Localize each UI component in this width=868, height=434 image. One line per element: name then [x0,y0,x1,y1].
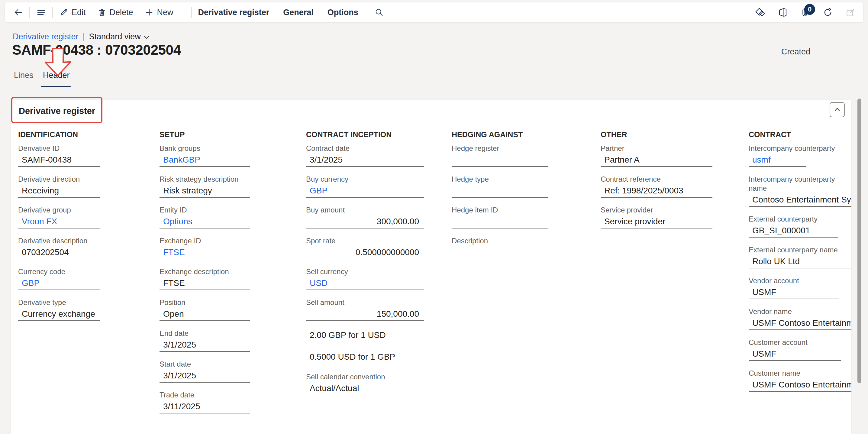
field-entity-id: Entity IDOptions [159,206,250,228]
delete-button[interactable]: Delete [97,8,133,17]
open-in-new-window-icon [846,7,855,17]
field-value-intercompany-counterparty[interactable]: usmf [749,153,806,167]
form-column-contract: CONTRACTIntercompany counterpartyusmfInt… [749,123,851,400]
field-label-derivative-group: Derivative group [18,206,100,215]
back-button[interactable] [13,7,23,17]
field-value-bank-groups[interactable]: BankGBP [159,153,250,167]
field-value-derivative-group[interactable]: Vroon FX [18,215,100,228]
new-button-label: New [157,8,174,17]
field-value-sell-currency[interactable]: USD [306,276,424,290]
field-value-currency-code[interactable]: GBP [18,276,100,290]
field-exchange-id: Exchange IDFTSE [159,236,250,259]
column-header-identification: IDENTIFICATION [18,130,100,139]
field-value-trade-date[interactable]: 3/11/2025 [159,400,250,413]
field-buy-amount: Buy amount300,000.00 [306,206,424,228]
field-value-entity-id[interactable]: Options [159,215,250,228]
new-button[interactable]: New [145,8,174,17]
field-value-derivative-direction[interactable]: Receiving [18,184,100,198]
field-value-intercompany-counterparty-name[interactable]: Contoso Entertainment System [749,193,851,207]
field-label-vendor-name: Vendor name [749,307,851,316]
field-value-external-counterparty[interactable]: GB_SI_000001 [749,224,838,238]
field-value-partner[interactable]: Partner A [600,153,712,167]
field-value-hedge-register[interactable] [452,153,548,167]
field-value-derivative-id[interactable]: SAMF-00438 [18,153,100,167]
field-value-contract-reference[interactable]: Ref: 1998/2025/0003 [600,184,712,198]
field-label-risk-strategy-description: Risk strategy description [159,175,250,184]
field-label-start-date: Start date [159,360,250,369]
column-header-setup: SETUP [159,130,250,139]
field-derivative-direction: Derivative directionReceiving [18,175,100,198]
breadcrumb-link[interactable]: Derivative register [13,32,79,41]
field-derivative-type: Derivative typeCurrency exchange [18,298,100,321]
field-value-buy-currency[interactable]: GBP [306,184,424,198]
power-apps-button[interactable] [755,7,765,18]
field-value-risk-strategy-description[interactable]: Risk strategy [159,184,250,198]
field-label-customer-name: Customer name [749,369,851,378]
field-value-vendor-account[interactable]: USMF [749,285,839,299]
field-value-customer-name[interactable]: USMF Contoso Entertainment [749,378,851,392]
field-label-end-date: End date [159,329,250,338]
field-derivative-id: Derivative IDSAMF-00438 [18,144,100,167]
field-value-end-date[interactable]: 3/1/2025 [159,338,250,352]
attachments-button[interactable]: 0 [800,7,810,17]
field-value-contract-date[interactable]: 3/1/2025 [306,153,424,167]
field-value-spot-rate[interactable]: 0.500000000000 [306,245,424,259]
field-label-customer-account: Customer account [749,338,851,347]
field-derivative-description: Derivative description0703202504 [18,236,100,259]
field-label-external-counterparty: External counterparty [749,215,851,224]
edit-button[interactable]: Edit [59,8,86,17]
field-intercompany-counterparty: Intercompany counterpartyusmf [749,144,851,167]
field-value-exchange-id[interactable]: FTSE [159,245,250,259]
office-apps-button[interactable] [778,7,787,17]
field-value-external-counterparty-name[interactable]: Rollo UK Ltd [749,254,851,268]
tab-header[interactable]: Header [43,71,70,80]
field-value-sell-amount[interactable]: 150,000.00 [306,307,424,321]
field-sell-calendar-convention: Sell calendar conventionActual/Actual [306,372,424,395]
delete-button-label: Delete [110,8,133,17]
column-header-hedging-against: HEDGING AGAINST [452,130,548,139]
field-sell-amount: Sell amount150,000.00 [306,298,424,321]
field-label-entity-id: Entity ID [159,206,250,215]
menu-options[interactable]: Options [328,8,358,17]
field-value-vendor-name[interactable]: USMF Contoso Entertainment [749,316,851,330]
field-label-sell-currency: Sell currency [306,267,424,276]
field-label-intercompany-counterparty: Intercompany counterparty [749,144,851,153]
chevron-down-icon [144,35,150,39]
collapse-section-button[interactable] [830,102,845,117]
field-vendor-account: Vendor accountUSMF [749,276,851,299]
field-value-derivative-description[interactable]: 0703202504 [18,245,100,259]
field-value-hedge-type[interactable] [452,184,548,198]
app-toolbar: Edit Delete New Derivative register Gene… [5,2,863,22]
view-selector[interactable]: Standard view [89,32,150,41]
field-label-currency-code: Currency code [18,267,100,276]
field-value-exchange-description[interactable]: FTSE [159,276,250,290]
field-value-position[interactable]: Open [159,307,250,321]
vertical-scrollbar[interactable] [858,98,861,383]
open-in-new-window-button[interactable] [846,7,855,17]
field-value-derivative-type[interactable]: Currency exchange [18,307,100,321]
hamburger-menu-button[interactable] [36,7,46,17]
field-value-buy-amount[interactable]: 300,000.00 [306,215,424,228]
field-value-hedge-item-id[interactable] [452,215,548,228]
field-value-customer-account[interactable]: USMF [749,347,841,361]
field-value-start-date[interactable]: 3/1/2025 [159,369,250,383]
chevron-up-icon [834,106,841,113]
tab-lines[interactable]: Lines [14,71,34,80]
field-bank-groups: Bank groupsBankGBP [159,144,250,167]
field-currency-code: Currency codeGBP [18,267,100,290]
field-label-buy-currency: Buy currency [306,175,424,184]
field-hedge-register: Hedge register [452,144,548,167]
field-value-service-provider[interactable]: Service provider [600,215,712,228]
field-value-description[interactable] [452,245,548,259]
menu-derivative-register[interactable]: Derivative register [198,8,270,17]
menu-general[interactable]: General [283,8,314,17]
field-label-derivative-id: Derivative ID [18,144,100,153]
field-label-derivative-type: Derivative type [18,298,100,307]
search-button[interactable] [375,8,384,17]
refresh-button[interactable] [823,7,833,18]
field-start-date: Start date3/1/2025 [159,360,250,383]
field-label-external-counterparty-name: External counterparty name [749,245,851,254]
tab-header-active-underline [41,86,71,87]
status-badge: Created [781,47,810,57]
field-value-sell-calendar-convention[interactable]: Actual/Actual [306,381,424,395]
